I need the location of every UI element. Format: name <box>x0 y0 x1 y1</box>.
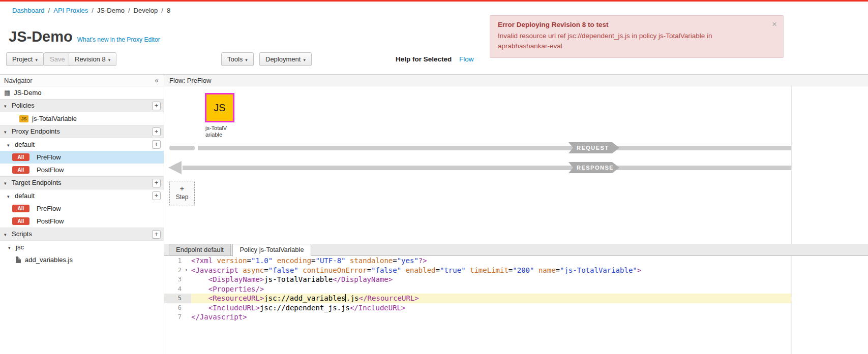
proxy-icon: ▦ <box>4 89 10 96</box>
whats-new-link[interactable]: What's new in the Proxy Editor <box>77 36 160 43</box>
fold-gutter <box>182 303 191 313</box>
code-line[interactable]: 6 <IncludeURL>jsc://dependent_js.js</Inc… <box>164 303 791 313</box>
response-arrow-icon <box>168 161 182 174</box>
caret-down-icon: ▾ <box>7 190 13 203</box>
breadcrumb-revision: 8 <box>167 7 170 14</box>
file-icon <box>16 256 21 263</box>
line-number: 4 <box>164 284 182 294</box>
collapse-sidebar-icon[interactable]: « <box>155 75 159 86</box>
help-flow-link[interactable]: Flow <box>459 52 474 66</box>
code-line[interactable]: 1<?xml version="1.0" encoding="UTF-8" st… <box>164 256 791 266</box>
sidebar-item-target-preflow[interactable]: AllPreFlow <box>0 202 164 215</box>
sidebar-item-js-demo[interactable]: ▦JS-Demo <box>0 86 164 99</box>
request-flow-cap <box>169 146 195 150</box>
breadcrumb-dashboard[interactable]: Dashboard <box>12 7 45 14</box>
section-label: Target Endpoints <box>12 179 62 186</box>
file-label: add_variables.js <box>25 256 73 264</box>
caret-down-icon: ▾ <box>4 229 10 241</box>
fold-gutter <box>182 284 191 294</box>
add-policy-button[interactable]: + <box>152 102 161 110</box>
add-proxy-endpoint-button[interactable]: + <box>152 127 161 136</box>
deployment-menu-button[interactable]: Deployment▾ <box>259 52 312 66</box>
tab-endpoint-default[interactable]: Endpoint default <box>169 244 231 256</box>
navigator-header: Navigator « <box>0 75 164 86</box>
flow-diagram: JS js-TotalV ariable REQUEST RESPONSE + … <box>164 86 868 244</box>
code-line[interactable]: 4 <Properties/> <box>164 284 791 294</box>
policy-node-js-totalvariable[interactable]: JS <box>205 93 234 122</box>
sidebar-item-target-default[interactable]: ▾default + <box>0 189 164 202</box>
code-line[interactable]: 2▾<Javascript async="false" continueOnEr… <box>164 266 791 275</box>
code-line-text[interactable]: <Properties/> <box>191 284 791 294</box>
code-line[interactable]: 5 <ResourceURL>jsc://add_variables.js</R… <box>164 294 791 303</box>
plus-icon: + <box>170 183 194 194</box>
flow-label: PreFlow <box>37 205 61 212</box>
page-header: JS-Demo What's new in the Proxy Editor <box>9 28 160 45</box>
policy-node-icon-text: JS <box>214 102 225 114</box>
flow-condition-badge: All <box>12 217 29 225</box>
fold-gutter <box>182 275 191 284</box>
add-step-button[interactable]: + Step <box>169 181 195 206</box>
caret-down-icon: ▾ <box>303 57 306 62</box>
caret-down-icon: ▾ <box>4 126 10 138</box>
breadcrumb-separator: / <box>128 7 130 14</box>
canvas-right-divider <box>791 86 792 244</box>
sidebar-section-proxy-endpoints[interactable]: ▾Proxy Endpoints + <box>0 125 164 138</box>
editor-tab-bar: Endpoint default Policy js-TotalVariable <box>164 244 868 256</box>
add-proxy-flow-button[interactable]: + <box>152 140 161 149</box>
breadcrumb-separator: / <box>161 7 163 14</box>
page-title: JS-Demo <box>9 28 73 45</box>
flow-canvas-header: Flow: PreFlow <box>164 75 868 86</box>
editor-right-divider <box>791 256 792 354</box>
code-line-text[interactable]: </Javascript> <box>191 312 791 322</box>
sidebar-section-policies[interactable]: ▾Policies + <box>0 99 164 112</box>
sidebar-section-target-endpoints[interactable]: ▾Target Endpoints + <box>0 176 164 189</box>
project-menu-button[interactable]: Project▾ <box>6 52 44 66</box>
policy-label: js-TotalVariable <box>32 115 77 122</box>
tab-policy-js-totalvariable[interactable]: Policy js-TotalVariable <box>232 244 311 256</box>
breadcrumb-api-proxies[interactable]: API Proxies <box>53 7 88 14</box>
close-icon[interactable]: × <box>772 19 777 29</box>
save-button[interactable]: Save <box>44 52 71 66</box>
code-line-text[interactable]: <ResourceURL>jsc://add_variables.js</Res… <box>191 294 791 303</box>
flow-condition-badge: All <box>12 205 29 212</box>
revision-menu-button[interactable]: Revision 8▾ <box>69 52 116 66</box>
caret-down-icon: ▾ <box>108 57 111 62</box>
sidebar-item-proxy-preflow[interactable]: AllPreFlow <box>0 151 164 164</box>
fold-caret-icon[interactable]: ▾ <box>182 266 191 275</box>
sidebar-item-proxy-postflow[interactable]: AllPostFlow <box>0 164 164 176</box>
sidebar-item-add-variables-js[interactable]: add_variables.js <box>0 253 164 266</box>
code-line[interactable]: 3 <DisplayName>js-TotalVariable</Display… <box>164 275 791 284</box>
code-line-text[interactable]: <DisplayName>js-TotalVariable</DisplayNa… <box>191 275 791 284</box>
caret-down-icon: ▾ <box>4 177 10 189</box>
breadcrumb-separator: / <box>48 7 50 14</box>
revision-menu-label: Revision 8 <box>75 55 106 63</box>
add-target-endpoint-button[interactable]: + <box>152 179 161 187</box>
add-target-flow-button[interactable]: + <box>152 191 161 200</box>
help-for-selected-label: Help for Selected <box>396 52 452 66</box>
caret-down-icon: ▾ <box>4 100 10 112</box>
sidebar-item-jsc-folder[interactable]: ▾jsc <box>0 241 164 253</box>
caret-down-icon: ▾ <box>35 57 38 62</box>
sidebar-section-scripts[interactable]: ▾Scripts + <box>0 228 164 241</box>
add-step-label: Step <box>170 194 194 201</box>
flow-condition-badge: All <box>12 166 29 174</box>
add-script-button[interactable]: + <box>152 230 161 239</box>
flow-condition-badge: All <box>12 153 29 161</box>
tools-menu-button[interactable]: Tools▾ <box>221 52 254 66</box>
sidebar-item-proxy-default[interactable]: ▾default + <box>0 138 164 151</box>
code-line-text[interactable]: <?xml version="1.0" encoding="UTF-8" sta… <box>191 256 791 266</box>
fold-gutter <box>182 256 191 266</box>
deployment-menu-label: Deployment <box>265 55 301 63</box>
section-label: Proxy Endpoints <box>12 127 60 135</box>
project-menu-label: Project <box>12 55 33 63</box>
code-line[interactable]: 7</Javascript> <box>164 312 791 322</box>
error-message: Invalid resource url ref jsc://dependent… <box>498 31 761 51</box>
fold-gutter <box>182 294 191 303</box>
sidebar-item-target-postflow[interactable]: AllPostFlow <box>0 215 164 228</box>
code-line-text[interactable]: <IncludeURL>jsc://dependent_js.js</Inclu… <box>191 303 791 313</box>
code-line-text[interactable]: <Javascript async="false" continueOnErro… <box>191 266 791 275</box>
code-area[interactable]: 1<?xml version="1.0" encoding="UTF-8" st… <box>164 256 868 322</box>
sidebar-item-js-totalvariable[interactable]: JSjs-TotalVariable <box>0 112 164 125</box>
policy-node-label-line: js-TotalV <box>205 125 227 132</box>
line-number: 1 <box>164 256 182 266</box>
